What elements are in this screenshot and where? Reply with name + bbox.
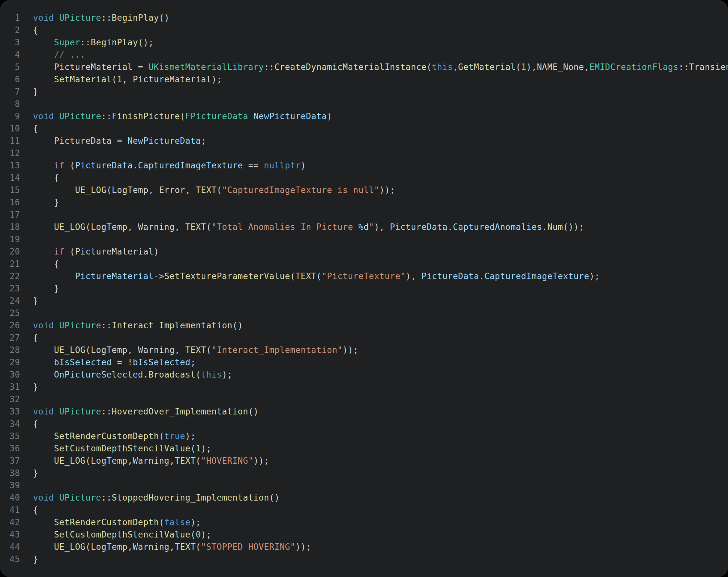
code-line[interactable]: 17 (0, 209, 728, 221)
code-line[interactable]: 19 (0, 233, 728, 245)
code-text: PictureMaterial->SetTextureParameterValu… (20, 270, 600, 282)
token-pl: . (542, 222, 547, 232)
code-line[interactable]: 14 { (0, 172, 728, 184)
token-fn: TEXT (175, 542, 196, 552)
token-num: 1 (521, 62, 526, 72)
token-pl: { (33, 124, 38, 133)
token-kw: false (164, 518, 190, 527)
code-text: SetCustomDepthStencilValue(0); (20, 528, 211, 541)
code-line[interactable]: 45} (0, 553, 728, 565)
code-line[interactable]: 26void UPicture::Interact_Implementation… (0, 319, 728, 332)
code-line[interactable]: 34{ (0, 418, 728, 430)
code-text: if (PictureMaterial) (20, 245, 159, 258)
code-line[interactable]: 33void UPicture::HoveredOver_Implementat… (0, 405, 728, 418)
token-fn: Interact_Implementation (112, 320, 233, 330)
token-pl: ( (206, 222, 211, 232)
code-line[interactable]: 43 SetCustomDepthStencilValue(0); (0, 528, 728, 541)
token-type: Super (54, 37, 80, 47)
token-kw: nullptr (264, 161, 301, 170)
token-cm: // ... (54, 50, 85, 59)
code-line[interactable]: 6 SetMaterial(1, PictureMaterial); (0, 73, 728, 85)
token-pl (54, 407, 59, 416)
token-num: 1 (196, 444, 201, 453)
token-pl: = ! (112, 358, 133, 367)
code-line[interactable]: 10{ (0, 123, 728, 135)
token-kw: this (201, 370, 222, 379)
token-type: EMIDCreationFlags (590, 62, 678, 72)
code-line[interactable]: 28 UE_LOG(LogTemp, Warning, TEXT("Intera… (0, 344, 728, 356)
code-editor-panel: 1void UPicture::BeginPlay()2{3 Super::Be… (0, 0, 728, 577)
code-line[interactable]: 16 } (0, 196, 728, 209)
code-line[interactable]: 35 SetRenderCustomDepth(true); (0, 430, 728, 442)
token-pl: ::Transient); (678, 62, 728, 72)
code-text: Super::BeginPlay(); (20, 36, 154, 49)
code-line[interactable]: 1void UPicture::BeginPlay() (0, 12, 728, 24)
code-line[interactable]: 24} (0, 295, 728, 307)
code-text: // ... (20, 49, 85, 61)
code-line[interactable]: 23 } (0, 282, 728, 295)
code-line[interactable]: 22 PictureMaterial->SetTextureParameterV… (0, 270, 728, 282)
code-line[interactable]: 5 PictureMaterial = UKismetMaterialLibra… (0, 61, 728, 73)
code-line[interactable]: 44 UE_LOG(LogTemp,Warning,TEXT("STOPPED … (0, 541, 728, 553)
code-text: void UPicture::BeginPlay() (20, 12, 170, 24)
token-pl: (LogTemp, Warning, (85, 222, 185, 232)
code-line[interactable]: 4 // ... (0, 49, 728, 61)
code-line[interactable]: 37 UE_LOG(LogTemp,Warning,TEXT("HOVERING… (0, 454, 728, 467)
token-var: PictureData.CapturedImageTexture (421, 271, 590, 281)
code-line[interactable]: 12 (0, 147, 728, 159)
code-line[interactable]: 3 Super::BeginPlay(); (0, 36, 728, 49)
code-line[interactable]: 42 SetRenderCustomDepth(false); (0, 516, 728, 528)
token-pl: } (33, 198, 59, 207)
token-var: bIsSelected (133, 358, 190, 367)
line-number: 42 (0, 516, 20, 528)
code-line[interactable]: 40void UPicture::StoppedHovering_Impleme… (0, 492, 728, 504)
token-ctrl: if (54, 161, 64, 170)
token-pl: } (33, 87, 38, 97)
line-number: 24 (0, 295, 20, 307)
token-fn: Broadcast (149, 370, 196, 379)
token-fn: GetMaterial (458, 62, 516, 72)
code-line[interactable]: 9void UPicture::FinishPicture(FPictureDa… (0, 110, 728, 123)
code-line[interactable]: 31} (0, 381, 728, 393)
line-number: 14 (0, 172, 20, 184)
code-line[interactable]: 18 UE_LOG(LogTemp, Warning, TEXT("Total … (0, 221, 728, 233)
token-pl: ( (180, 111, 185, 121)
token-pl: :: (264, 62, 274, 72)
token-type: UPicture (59, 13, 101, 23)
code-line[interactable]: 41{ (0, 504, 728, 516)
token-type: UKismetMaterialLibrary (148, 62, 264, 72)
token-str: " (369, 222, 374, 232)
code-line[interactable]: 30 OnPictureSelected.Broadcast(this); (0, 368, 728, 381)
code-line[interactable]: 20 if (PictureMaterial) (0, 245, 728, 258)
token-pl: ) (327, 111, 332, 121)
token-pl (33, 185, 75, 195)
line-number: 3 (0, 36, 20, 49)
code-line[interactable]: 38} (0, 467, 728, 479)
token-pl: { (33, 333, 38, 343)
code-text: UE_LOG(LogTemp,Warning,TEXT("HOVERING"))… (20, 454, 269, 467)
code-line[interactable]: 7} (0, 85, 728, 98)
code-line[interactable]: 11 PictureData = NewPictureData; (0, 135, 728, 147)
code-text: { (20, 123, 38, 135)
code-text: bIsSelected = !bIsSelected; (20, 356, 196, 368)
line-number: 44 (0, 541, 20, 553)
code-line[interactable]: 21 { (0, 258, 728, 270)
line-number: 17 (0, 209, 20, 221)
code-line[interactable]: 39 (0, 479, 728, 492)
code-line[interactable]: 25 (0, 307, 728, 319)
code-line[interactable]: 27{ (0, 332, 728, 344)
code-line[interactable]: 29 bIsSelected = !bIsSelected; (0, 356, 728, 368)
token-str: "STOPPED HOVERING" (201, 542, 296, 552)
code-line[interactable]: 15 UE_LOG(LogTemp, Error, TEXT("Captured… (0, 184, 728, 196)
code-line[interactable]: 32 (0, 393, 728, 405)
token-pl (33, 530, 54, 540)
code-area[interactable]: 1void UPicture::BeginPlay()2{3 Super::Be… (0, 12, 728, 565)
line-number: 16 (0, 196, 20, 209)
token-pl: () (233, 320, 243, 330)
line-number: 19 (0, 233, 20, 245)
code-text: { (20, 418, 38, 430)
code-line[interactable]: 8 (0, 98, 728, 110)
code-line[interactable]: 13 if (PictureData.CapturedImageTexture … (0, 159, 728, 172)
code-line[interactable]: 36 SetCustomDepthStencilValue(1); (0, 442, 728, 454)
code-line[interactable]: 2{ (0, 24, 728, 36)
